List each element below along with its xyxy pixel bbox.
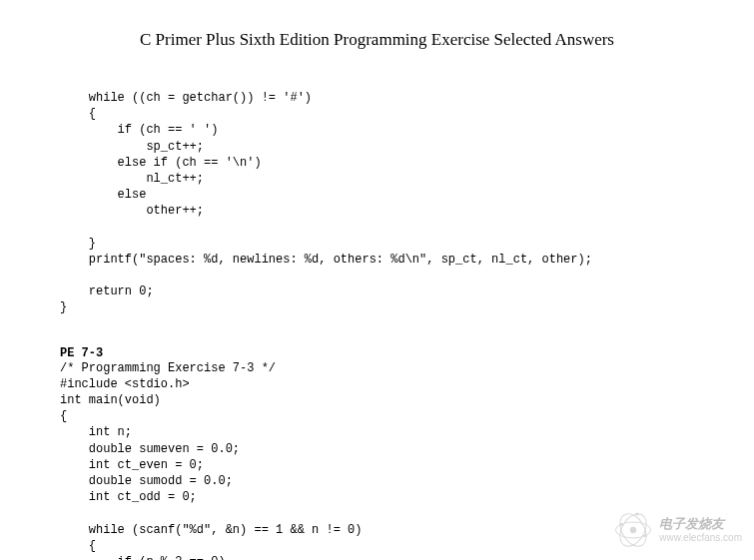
watermark-logo-icon xyxy=(613,510,653,550)
watermark: 电子发烧友 www.elecfans.com xyxy=(613,510,742,550)
svg-point-5 xyxy=(644,534,647,537)
svg-point-3 xyxy=(630,527,636,533)
watermark-url: www.elecfans.com xyxy=(659,532,742,543)
svg-point-4 xyxy=(620,523,623,526)
svg-point-6 xyxy=(636,512,639,515)
code-block-1: while ((ch = getchar()) != '#') { if (ch… xyxy=(60,90,714,316)
section-label-pe7-3: PE 7-3 xyxy=(60,346,714,360)
watermark-text: 电子发烧友 xyxy=(659,517,742,531)
page-title: C Primer Plus Sixth Edition Programming … xyxy=(40,30,714,50)
